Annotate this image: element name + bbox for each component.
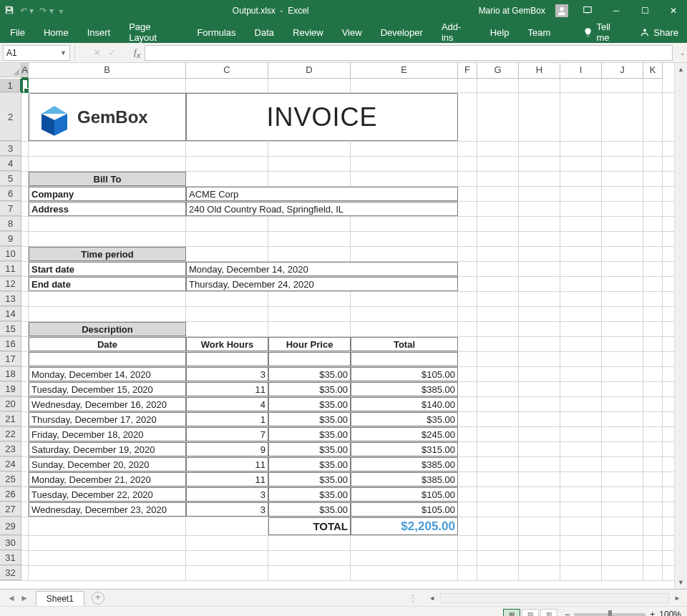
cell[interactable] [643, 472, 663, 487]
cell[interactable] [560, 277, 602, 291]
table-row[interactable]: $315.00 [351, 442, 458, 456]
description-header[interactable]: Description [29, 322, 186, 336]
cell[interactable] [351, 217, 458, 231]
cell[interactable] [477, 172, 519, 186]
cell[interactable] [477, 187, 519, 201]
cell[interactable] [186, 292, 268, 306]
cell[interactable] [458, 502, 477, 517]
cell[interactable] [519, 397, 560, 411]
col-header-I[interactable]: I [560, 63, 602, 79]
cell[interactable] [268, 322, 351, 336]
cell[interactable] [560, 517, 602, 535]
tab-file[interactable]: File [9, 24, 26, 41]
cell[interactable] [268, 247, 351, 261]
total-value-cell[interactable]: $2,205.00 [351, 517, 458, 535]
cell[interactable] [602, 292, 643, 306]
cell[interactable] [643, 277, 663, 291]
table-row[interactable]: Wednesday, December 23, 2020 [29, 502, 186, 517]
cell[interactable] [519, 93, 560, 141]
row-header-2[interactable]: 2 [0, 93, 21, 141]
cell[interactable] [477, 307, 519, 321]
start-date-label[interactable]: Start date [29, 262, 186, 276]
row-header-15[interactable]: 15 [0, 322, 21, 336]
cell[interactable] [477, 247, 519, 261]
cell[interactable] [560, 442, 602, 456]
cell[interactable] [519, 172, 560, 186]
cell[interactable] [268, 172, 351, 186]
cell[interactable] [458, 487, 477, 502]
undo-icon[interactable]: ↶ ▾ [20, 6, 34, 16]
cell[interactable] [351, 566, 458, 580]
tab-split-handle[interactable]: ⋮ [409, 593, 418, 603]
row-header-32[interactable]: 32 [0, 566, 21, 580]
cell[interactable] [519, 337, 560, 351]
cell[interactable] [268, 232, 351, 246]
cell[interactable] [643, 322, 663, 336]
cell[interactable] [519, 277, 560, 291]
total-label-cell[interactable]: TOTAL [268, 517, 351, 535]
zoom-slider[interactable] [574, 613, 645, 616]
cell[interactable] [268, 157, 351, 171]
row-header-22[interactable]: 22 [0, 427, 21, 441]
cell[interactable] [560, 337, 602, 351]
cell[interactable] [477, 79, 519, 92]
zoom-in-button[interactable]: + [650, 610, 655, 617]
cell[interactable] [560, 232, 602, 246]
cell[interactable] [519, 566, 560, 580]
cell[interactable] [560, 187, 602, 201]
table-row[interactable]: Tuesday, December 15, 2020 [29, 382, 186, 396]
cell[interactable] [602, 79, 643, 92]
tab-team[interactable]: Team [526, 24, 552, 41]
cell[interactable] [268, 307, 351, 321]
cell[interactable] [477, 566, 519, 580]
cell[interactable] [29, 142, 186, 156]
select-all-corner[interactable] [0, 63, 21, 77]
cell[interactable] [477, 232, 519, 246]
cell[interactable] [519, 472, 560, 487]
cell[interactable] [351, 352, 458, 366]
cell[interactable] [458, 551, 477, 565]
cell[interactable] [602, 551, 643, 565]
table-row[interactable]: 11 [186, 382, 268, 396]
tab-review[interactable]: Review [291, 24, 325, 41]
cell[interactable] [21, 247, 29, 261]
cell[interactable] [560, 262, 602, 276]
cell[interactable] [21, 442, 29, 456]
cell[interactable] [519, 536, 560, 550]
cell[interactable] [602, 352, 643, 366]
cell[interactable] [268, 352, 351, 366]
cell[interactable] [602, 142, 643, 156]
cell[interactable] [21, 502, 29, 517]
cell[interactable] [643, 502, 663, 517]
cell[interactable] [477, 382, 519, 396]
cell[interactable] [268, 217, 351, 231]
cell[interactable] [186, 307, 268, 321]
cell[interactable] [602, 397, 643, 411]
cell[interactable] [602, 517, 643, 535]
cell[interactable] [351, 292, 458, 306]
row-header-19[interactable]: 19 [0, 382, 21, 396]
table-row[interactable]: 3 [186, 502, 268, 517]
cell[interactable] [458, 397, 477, 411]
cell[interactable] [643, 172, 663, 186]
cell[interactable] [458, 412, 477, 426]
cell[interactable] [351, 79, 458, 92]
cell[interactable] [268, 551, 351, 565]
cell[interactable] [21, 367, 29, 381]
cell[interactable] [458, 307, 477, 321]
row-header-1[interactable]: 1 [0, 79, 21, 92]
row-header-9[interactable]: 9 [0, 232, 21, 246]
cell[interactable] [519, 202, 560, 216]
row-header-8[interactable]: 8 [0, 217, 21, 231]
cell[interactable] [351, 322, 458, 336]
cell[interactable] [458, 472, 477, 487]
cell[interactable] [643, 307, 663, 321]
cell[interactable] [602, 93, 643, 141]
row-header-29[interactable]: 29 [0, 517, 21, 535]
cell[interactable] [458, 247, 477, 261]
col-total-header[interactable]: Total [351, 337, 458, 351]
cell[interactable] [477, 337, 519, 351]
cell[interactable] [458, 337, 477, 351]
cell[interactable] [458, 202, 477, 216]
row-header-6[interactable]: 6 [0, 187, 21, 201]
